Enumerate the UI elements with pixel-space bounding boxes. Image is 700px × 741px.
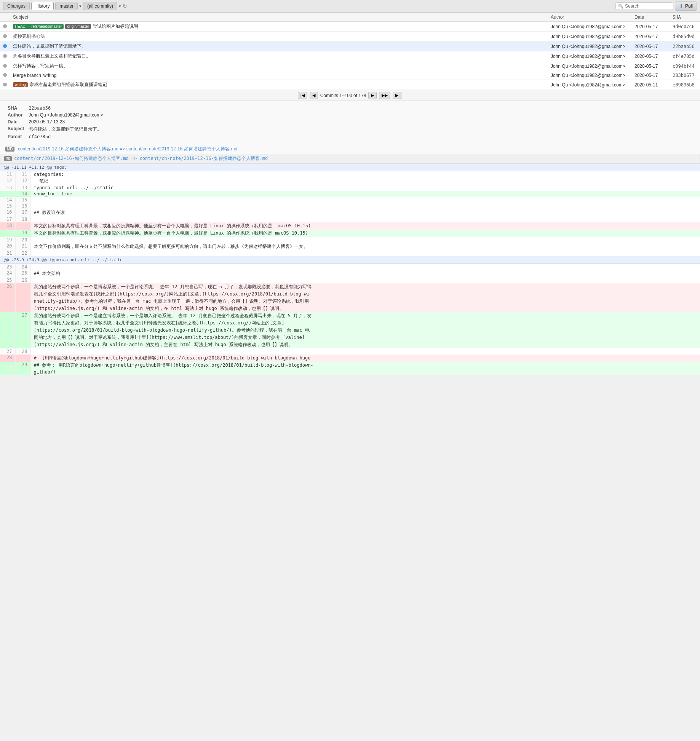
- line-num-old: 21: [0, 250, 15, 256]
- line-num-new: 24: [15, 264, 30, 270]
- line-num-new: 12: [15, 177, 30, 185]
- line-num-new: 26: [15, 277, 30, 283]
- diff-line: 1212- 笔记: [0, 177, 700, 185]
- line-num-old: 16: [0, 209, 15, 216]
- line-num-old: 25: [0, 277, 15, 283]
- diff-line: 19本文的目标对象具有理工科背景，或相应的折腾精神。他至少有一台个人电脑，最好是…: [0, 230, 700, 237]
- commit-author: John Qu <Johnqu1982@gmail.com>: [548, 61, 631, 71]
- file-link[interactable]: content/cn/2019-12-16-如何搭建静态个人博客.md => c…: [18, 146, 237, 152]
- commit-subject: 怎样建站，文章挪到了笔记目录下。: [10, 42, 548, 51]
- line-num-old: [0, 305, 15, 312]
- line-num-old: [0, 327, 15, 334]
- commit-row[interactable]: 为各目录导航栏装上文章和笔记窗口。John Qu <Johnqu1982@gma…: [0, 51, 700, 61]
- page-next-button[interactable]: ▶: [368, 92, 377, 99]
- line-content: (https://cosx.org/2018/01/build-blog-wit…: [30, 327, 700, 334]
- graph-cell: [0, 61, 10, 71]
- subject-value: 怎样建站，文章挪到了笔记目录下。: [26, 125, 105, 133]
- line-num-new: [15, 327, 30, 334]
- line-num-old: [0, 312, 15, 319]
- commit-row[interactable]: writing宗成右超老师组织经验萃取直播课笔记John Qu <Johnqu1…: [0, 80, 700, 90]
- line-content: 同的地方，会用【】说明。对于评论系统，我引用[十里](https://www.s…: [30, 334, 700, 341]
- line-num-new: 25: [15, 270, 30, 277]
- line-num-new: [15, 334, 30, 341]
- line-content: categories:: [30, 171, 700, 177]
- page-last-button[interactable]: ▶|: [393, 92, 402, 99]
- diff-hunk-header: @@ -23,9 +24,9 @@ typora-root-url: ../..…: [0, 256, 700, 264]
- line-num-new: [15, 341, 30, 348]
- commit-row[interactable]: Merge branch 'writing'John Qu <Johnqu198…: [0, 71, 700, 80]
- line-num-new: 21: [15, 243, 30, 250]
- diff-line: 1920: [0, 237, 700, 243]
- parent-value: cf4e785d: [26, 133, 105, 140]
- diff-line: 28# [用R语言的blogdown+hugo+netlify+github建博…: [0, 355, 700, 362]
- commit-date: 2020-05-11: [631, 80, 670, 90]
- commit-row[interactable]: 摘抄完刷书心法John Qu <Johnqu1982@gmail.com>202…: [0, 32, 700, 42]
- page-first-button[interactable]: |◀: [298, 92, 307, 99]
- graph-dot: [3, 24, 7, 28]
- diff-line: 26我的建站分成两个步骤，一个是博客系统，一个是评论系统。 去年 12 月想自己…: [0, 283, 700, 291]
- commit-subject: HEAD → refs/heads/masterorigin/master尝试给…: [10, 22, 548, 32]
- commit-sha: d9b85d9d: [670, 32, 700, 42]
- pull-button[interactable]: ⬇ Pull: [675, 2, 697, 11]
- search-icon: 🔍: [618, 4, 623, 9]
- graph-cell: [0, 22, 10, 32]
- page-skip-button[interactable]: ▶▶: [379, 92, 390, 99]
- diff-hunk: @@ -11,11 +11,12 @@ tags:1111categories:…: [0, 164, 700, 256]
- commit-row[interactable]: 怎样建站，文章挪到了笔记目录下。John Qu <Johnqu1982@gmai…: [0, 42, 700, 51]
- line-num-old: 20: [0, 243, 15, 250]
- line-num-old: 18: [0, 222, 15, 230]
- line-content: [30, 203, 700, 209]
- graph-cell: [0, 80, 10, 90]
- line-num-old: 19: [0, 237, 15, 243]
- diff-table: 1111categories:1212- 笔记1313typora-root-u…: [0, 171, 700, 256]
- line-num-old: [0, 362, 15, 369]
- refresh-button[interactable]: ↻: [123, 3, 127, 9]
- diff-line: (https://cosx.org/2018/01/build-blog-wit…: [0, 327, 700, 334]
- search-box: 🔍: [615, 2, 673, 10]
- commit-sha: c094bf44: [670, 61, 700, 71]
- diff-line: 14show_toc: true: [0, 191, 700, 197]
- commit-badge: origin/master: [65, 24, 91, 29]
- diff-line: 1516: [0, 203, 700, 209]
- line-num-old: [0, 230, 15, 237]
- search-input[interactable]: [625, 3, 671, 9]
- sha-value: 22baab56: [26, 105, 105, 112]
- commit-author: John Qu <Johnqu1982@gmail.com>: [548, 80, 631, 90]
- diff-line: 2122: [0, 250, 700, 256]
- line-content: nnetlify-github/)。参考他的过程，我在另一台 mac 电脑上重现…: [30, 298, 700, 305]
- diff-filename: content/cn/2019-12-16-如何搭建静态个人博客.md => c…: [14, 155, 268, 162]
- diff-line: 29## 参考：[用R语言的blogdown+hugo+netlify+gith…: [0, 362, 700, 369]
- commit-detail: SHA 22baab56 Author John Qu <Johnqu1982@…: [0, 101, 700, 144]
- file-section: MD content/cn/2019-12-16-如何搭建静态个人博客.md =…: [0, 144, 700, 154]
- line-content: [30, 216, 700, 222]
- commit-sha: 9d0e07c6: [670, 22, 700, 32]
- graph-dot: [3, 64, 7, 68]
- page-prev-button[interactable]: ◀: [310, 92, 318, 99]
- graph-dot: [3, 34, 7, 38]
- line-num-new: 13: [15, 185, 30, 191]
- filter-button[interactable]: (all commits): [83, 2, 117, 10]
- commit-sha: 283b0677: [670, 71, 700, 80]
- author-label: Author: [5, 112, 26, 118]
- commit-date: 2020-05-17: [631, 61, 670, 71]
- diff-line: 27我的建站分成两个步骤，一个是建立博客系统，一个是加入评论系统。 去年 12 …: [0, 312, 700, 319]
- line-num-new: 19: [15, 230, 30, 237]
- line-num-new: [15, 222, 30, 230]
- line-content: (https://valine.js.org/) 和 valine-admin …: [30, 305, 700, 312]
- diff-content: @@ -11,11 +11,12 @@ tags:1111categories:…: [0, 164, 700, 375]
- history-button[interactable]: History: [31, 2, 54, 10]
- commit-sha: 22baab56: [670, 42, 700, 51]
- changes-button[interactable]: Changes: [3, 2, 30, 10]
- commit-row[interactable]: HEAD → refs/heads/masterorigin/master尝试给…: [0, 22, 700, 32]
- line-num-old: 23: [0, 264, 15, 270]
- diff-line: nnetlify-github/)。参考他的过程，我在另一台 mac 电脑上重现…: [0, 298, 700, 305]
- branch-button[interactable]: master: [55, 2, 78, 10]
- commit-row[interactable]: 怎样写博客，写完第一稿。John Qu <Johnqu1982@gmail.co…: [0, 61, 700, 71]
- line-num-old: [0, 341, 15, 348]
- graph-dot: [3, 44, 7, 48]
- line-num-new: 17: [15, 209, 30, 216]
- line-content: 我的建站分成两个步骤，一个是博客系统，一个是评论系统。 去年 12 月想自己写，…: [30, 283, 700, 291]
- line-num-new: 22: [15, 250, 30, 256]
- diff-line: 我几乎全文引用钟浩光发表在[统计之都](https://cosx.org/)网站…: [0, 291, 700, 298]
- commit-subject: 怎样写博客，写完第一稿。: [10, 61, 548, 71]
